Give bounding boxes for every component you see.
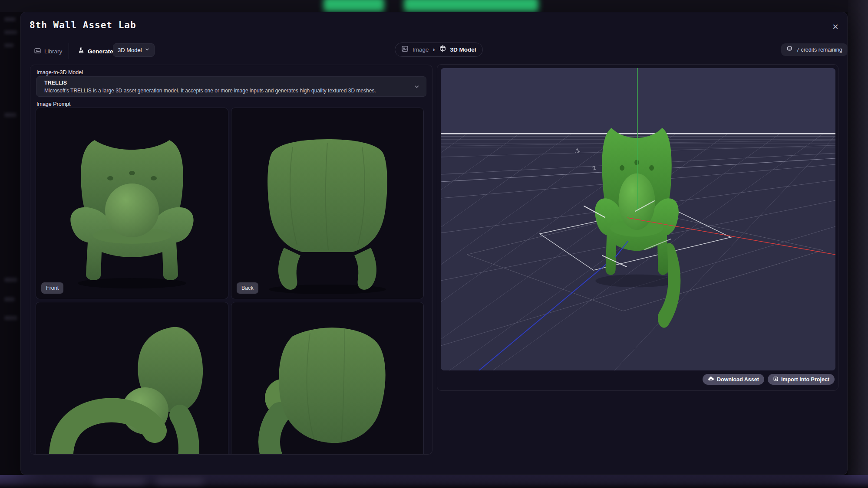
chevron-down-icon bbox=[145, 47, 150, 53]
cube-icon bbox=[439, 45, 446, 54]
background-green-blob bbox=[323, 0, 384, 12]
chevron-down-icon bbox=[414, 84, 420, 92]
chair-side-image bbox=[36, 302, 228, 455]
credits-label: 7 credits remaining bbox=[796, 47, 842, 53]
download-asset-button[interactable]: Download Asset bbox=[703, 374, 764, 385]
background-green-blob bbox=[404, 0, 538, 12]
cloud-download-icon bbox=[708, 376, 714, 383]
close-button[interactable]: ✕ bbox=[829, 21, 842, 33]
toolbar-divider bbox=[69, 43, 69, 59]
background-sidebar-blob bbox=[4, 278, 17, 282]
chair-quarter-image bbox=[231, 302, 423, 455]
model-type-selector[interactable]: 3D Model bbox=[113, 43, 155, 57]
background-sidebar-blob bbox=[4, 17, 16, 21]
breadcrumb-step-3d-model[interactable]: 3D Model bbox=[450, 46, 476, 53]
view-badge: Back bbox=[237, 282, 258, 294]
background-sidebar-blob bbox=[4, 43, 14, 47]
background-sidebar-blob bbox=[4, 297, 15, 301]
background-glow bbox=[156, 476, 204, 483]
background-glow bbox=[93, 476, 145, 483]
model-select[interactable]: TRELLIS Microsoft's TRELLIS is a large 3… bbox=[36, 76, 426, 97]
library-button[interactable]: Library bbox=[34, 45, 62, 58]
model-section-label: Image-to-3D Model bbox=[36, 69, 83, 75]
flask-icon bbox=[78, 47, 85, 56]
background-sidebar-blob bbox=[4, 30, 17, 34]
breadcrumb: Image › 3D Model bbox=[395, 43, 483, 57]
generation-settings-panel: Image-to-3D Model TRELLIS Microsoft's TR… bbox=[30, 65, 432, 455]
asset-lab-modal: 8th Wall Asset Lab ✕ Library Generate 3D… bbox=[20, 12, 848, 475]
toolbar: Library Generate 3D Model Image bbox=[21, 43, 848, 60]
page-title: 8th Wall Asset Lab bbox=[30, 20, 136, 30]
view-badge: Front bbox=[41, 282, 63, 294]
import-into-project-label: Import into Project bbox=[781, 377, 829, 383]
background-sidebar-blob bbox=[4, 113, 17, 117]
library-label: Library bbox=[44, 48, 62, 55]
credits-badge: 7 credits remaining bbox=[781, 43, 848, 56]
model-description: Microsoft's TRELLIS is a large 3D asset … bbox=[44, 88, 376, 94]
import-box-icon bbox=[773, 376, 779, 383]
generate-button[interactable]: Generate bbox=[78, 45, 113, 58]
chair-front-image bbox=[36, 108, 228, 299]
download-asset-label: Download Asset bbox=[717, 377, 759, 383]
import-into-project-button[interactable]: Import into Project bbox=[768, 374, 835, 385]
background-sidebar-blob bbox=[4, 316, 17, 320]
image-prompt-card-front[interactable]: Front bbox=[36, 108, 228, 299]
chair-back-image bbox=[231, 108, 423, 299]
3d-scene: -1 2 bbox=[441, 68, 835, 370]
image-prompt-card-back[interactable]: Back bbox=[231, 108, 424, 299]
viewport-panel: -1 2 bbox=[437, 64, 838, 391]
image-prompt-card-side[interactable] bbox=[36, 302, 228, 455]
breadcrumb-step-image[interactable]: Image bbox=[413, 46, 429, 53]
image-icon bbox=[401, 45, 409, 54]
library-icon bbox=[34, 47, 41, 56]
3d-viewport[interactable]: -1 2 bbox=[441, 68, 835, 370]
image-prompt-label: Image Prompt bbox=[36, 101, 71, 107]
background-right-strip bbox=[848, 0, 868, 488]
coins-icon bbox=[786, 46, 793, 54]
model-type-label: 3D Model bbox=[118, 47, 142, 53]
model-name: TRELLIS bbox=[44, 80, 67, 86]
chevron-right-icon: › bbox=[433, 46, 435, 53]
generate-label: Generate bbox=[88, 48, 113, 55]
image-prompt-card-quarter[interactable] bbox=[231, 302, 424, 455]
viewport-actions: Download Asset Import into Project bbox=[703, 374, 835, 385]
